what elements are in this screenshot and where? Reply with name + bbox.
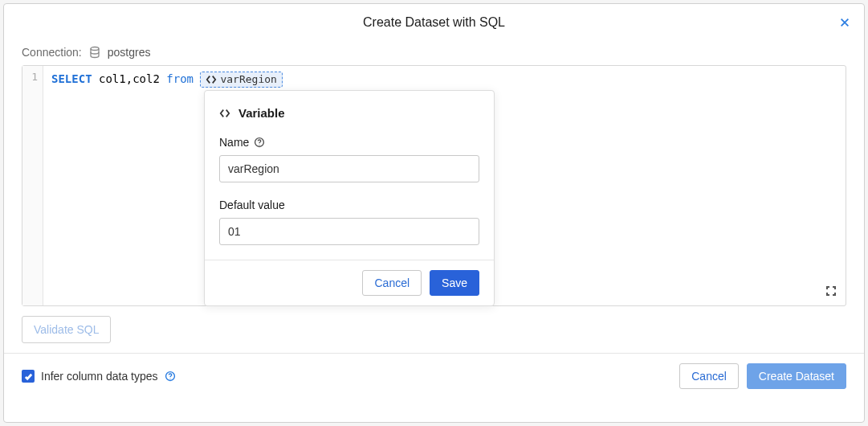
database-icon — [88, 46, 101, 59]
dialog-footer: Infer column data types Cancel Create Da… — [4, 353, 864, 399]
sql-columns-text: col1,col2 — [99, 72, 160, 85]
infer-label: Infer column data types — [41, 370, 158, 383]
validate-sql-button[interactable]: Validate SQL — [22, 316, 111, 343]
popover-cancel-button[interactable]: Cancel — [362, 270, 422, 296]
footer-buttons: Cancel Create Dataset — [679, 363, 846, 389]
popover-footer: Cancel Save — [205, 260, 494, 305]
help-icon[interactable] — [165, 371, 176, 382]
popover-save-button[interactable]: Save — [430, 270, 479, 296]
close-icon[interactable] — [838, 17, 851, 30]
line-number: 1 — [31, 71, 38, 83]
code-angle-icon — [206, 74, 217, 85]
editor-gutter: 1 — [22, 66, 43, 305]
create-dataset-dialog: Create Dataset with SQL Connection: post… — [3, 3, 865, 423]
editor-content[interactable]: SELECT col1,col2 from varRegion Variable — [43, 66, 846, 305]
svg-point-4 — [169, 379, 170, 379]
dialog-cancel-button[interactable]: Cancel — [679, 363, 739, 389]
create-dataset-button[interactable]: Create Dataset — [747, 363, 846, 389]
name-field[interactable] — [219, 155, 479, 182]
svg-point-0 — [91, 47, 99, 51]
connection-row: Connection: postgres — [4, 38, 864, 65]
sql-editor[interactable]: 1 SELECT col1,col2 from varRegion Variab… — [22, 65, 846, 306]
default-value-label: Default value — [219, 197, 479, 213]
expand-editor-icon[interactable] — [825, 285, 837, 297]
variable-token-label: varRegion — [220, 72, 276, 88]
sql-keyword-from: from — [166, 72, 194, 85]
name-label-text: Name — [219, 134, 249, 150]
infer-row: Infer column data types — [22, 370, 176, 383]
connection-label: Connection: — [22, 46, 82, 59]
dialog-title: Create Dataset with SQL — [4, 15, 864, 30]
variable-token[interactable]: varRegion — [200, 72, 282, 88]
code-angle-icon — [219, 107, 232, 120]
sql-keyword-select: SELECT — [51, 72, 92, 85]
dialog-header: Create Dataset with SQL — [4, 4, 864, 38]
default-value-label-text: Default value — [219, 197, 285, 213]
validate-row: Validate SQL — [4, 306, 864, 353]
infer-checkbox[interactable] — [22, 370, 35, 383]
name-label: Name — [219, 134, 479, 150]
help-icon[interactable] — [254, 137, 265, 148]
popover-title: Variable — [238, 105, 285, 121]
variable-popover: Variable Name Default value Cancel Save — [204, 90, 495, 306]
svg-point-2 — [259, 145, 260, 145]
connection-name: postgres — [108, 46, 151, 59]
default-value-field[interactable] — [219, 218, 479, 245]
